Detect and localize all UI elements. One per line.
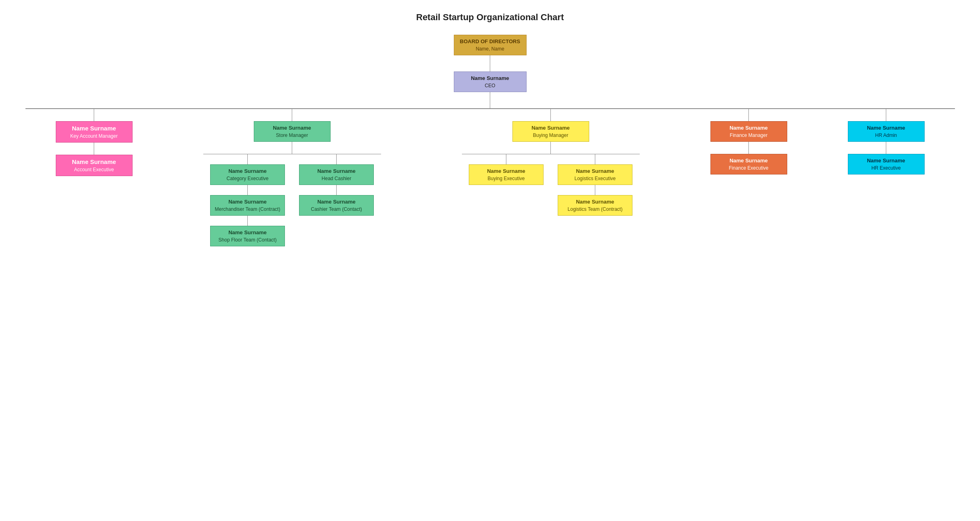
v-drop-2 [292, 109, 293, 121]
org-chart: BOARD OF DIRECTORS Name, Name Name Surna… [8, 35, 972, 246]
branch-store: Name Surname Store Manager Name Surname … [175, 109, 409, 247]
chart-title: Retail Startup Organizational Chart [8, 12, 972, 23]
cat-exec-role: Category Executive [215, 176, 280, 181]
ceo-name: Name Surname [458, 75, 522, 81]
logistics-team-node: Name Surname Logistics Team (Contract) [558, 195, 632, 216]
le-role: Logistics Executive [562, 176, 628, 181]
branch-finance: Name Surname Finance Manager Name Surnam… [692, 109, 805, 174]
board-node: BOARD OF DIRECTORS Name, Name [454, 35, 527, 55]
v-ha-to-he [886, 142, 887, 154]
finance-exec-node: Name Surname Finance Executive [710, 154, 787, 174]
top-horizontal-line [25, 108, 955, 109]
logistics-exec-node: Name Surname Logistics Executive [558, 164, 632, 185]
v-cat [247, 154, 248, 164]
head-cashier-node: Name Surname Head Cashier [299, 164, 374, 185]
connector-ceo-branches [490, 92, 491, 108]
store-mgr-node: Name Surname Store Manager [254, 121, 331, 142]
ct-role: Cashier Team (Contact) [303, 206, 369, 212]
h-bar [25, 108, 955, 109]
finance-exec-role: Finance Executive [715, 165, 783, 171]
merch-name: Name Surname [215, 199, 280, 205]
kam-name: Name Surname [60, 125, 128, 132]
le-name: Name Surname [562, 168, 628, 174]
kam-node: Name Surname Key Account Manager [56, 121, 133, 143]
v-be [506, 154, 507, 164]
buying-mgr-node: Name Surname Buying Manager [512, 121, 589, 142]
v-hc-to-ct [336, 185, 337, 195]
cat-exec-col: Name Surname Category Executive Name Sur… [207, 154, 288, 246]
cat-exec-name: Name Surname [215, 168, 280, 174]
v-store-to-h [292, 142, 293, 154]
buying-children-row: Name Surname Buying Executive Name Surna… [462, 154, 640, 216]
buying-children-wrap: Name Surname Buying Executive Name Surna… [462, 154, 640, 216]
be-role: Buying Executive [473, 176, 539, 181]
v-cashier [336, 154, 337, 164]
head-cashier-col: Name Surname Head Cashier Name Surname C… [296, 154, 377, 246]
v-buying-to-h [550, 142, 551, 154]
merch-role: Merchandiser Team (Contract) [215, 206, 280, 212]
account-exec-node: Name Surname Account Executive [56, 155, 133, 176]
ct-name: Name Surname [303, 199, 369, 205]
v-le [595, 154, 596, 164]
kam-role: Key Account Manager [60, 133, 128, 139]
merch-team-node: Name Surname Merchandiser Team (Contract… [210, 195, 285, 216]
buying-mgr-role: Buying Manager [517, 132, 585, 138]
shop-floor-role: Shop Floor Team (Contact) [215, 237, 280, 243]
v-drop-5 [886, 109, 887, 121]
connector-board-ceo [490, 55, 491, 71]
finance-exec-name: Name Surname [715, 158, 783, 164]
lt-name: Name Surname [562, 199, 628, 205]
hc-name: Name Surname [303, 168, 369, 174]
store-children-wrap: Name Surname Category Executive Name Sur… [203, 154, 381, 247]
store-mgr-name: Name Surname [258, 125, 326, 131]
v-drop-1 [94, 109, 95, 121]
cashier-team-node: Name Surname Cashier Team (Contact) [299, 195, 374, 216]
logistics-exec-col: Name Surname Logistics Executive Name Su… [555, 154, 636, 216]
cat-exec-node: Name Surname Category Executive [210, 164, 285, 185]
board-name: BOARD OF DIRECTORS [458, 38, 522, 44]
hr-admin-name: Name Surname [852, 125, 920, 131]
ceo-node: Name Surname CEO [454, 71, 527, 92]
branch-hr: Name Surname HR Admin Name Surname HR Ex… [830, 109, 943, 174]
be-name: Name Surname [473, 168, 539, 174]
ceo-section: Name Surname CEO [454, 71, 527, 108]
branch-kam: Name Surname Key Account Manager Name Su… [38, 109, 151, 176]
finance-mgr-role: Finance Manager [715, 132, 783, 138]
buying-mgr-name: Name Surname [517, 125, 585, 131]
ae-name: Name Surname [60, 158, 128, 165]
hr-exec-role: HR Executive [852, 165, 920, 171]
v-drop-3 [550, 109, 551, 121]
v-drop-4 [748, 109, 749, 121]
board-role: Name, Name [458, 46, 522, 52]
v-le-to-lt [595, 185, 596, 195]
hr-exec-node: Name Surname HR Executive [848, 154, 925, 174]
buying-exec-col: Name Surname Buying Executive [466, 154, 547, 216]
v-kam-to-ae [94, 143, 95, 155]
store-mgr-role: Store Manager [258, 132, 326, 138]
finance-mgr-name: Name Surname [715, 125, 783, 131]
store-children-row: Name Surname Category Executive Name Sur… [203, 154, 381, 246]
finance-mgr-node: Name Surname Finance Manager [710, 121, 787, 142]
shop-floor-name: Name Surname [215, 229, 280, 235]
branches-section: Name Surname Key Account Manager Name Su… [25, 108, 955, 246]
branch-buying: Name Surname Buying Manager Name Surname… [434, 109, 668, 216]
ae-role: Account Executive [60, 167, 128, 172]
v-fm-to-fe [748, 142, 749, 154]
hc-role: Head Cashier [303, 176, 369, 181]
buying-exec-node: Name Surname Buying Executive [469, 164, 544, 185]
v-cat-to-merch [247, 185, 248, 195]
board-section: BOARD OF DIRECTORS Name, Name [454, 35, 527, 71]
lt-role: Logistics Team (Contract) [562, 206, 628, 212]
v-merch-to-shop [247, 216, 248, 226]
hr-admin-node: Name Surname HR Admin [848, 121, 925, 142]
shop-floor-node: Name Surname Shop Floor Team (Contact) [210, 226, 285, 246]
level2-row: Name Surname Key Account Manager Name Su… [25, 109, 955, 247]
hr-exec-name: Name Surname [852, 158, 920, 164]
ceo-role: CEO [458, 83, 522, 88]
hr-admin-role: HR Admin [852, 132, 920, 138]
